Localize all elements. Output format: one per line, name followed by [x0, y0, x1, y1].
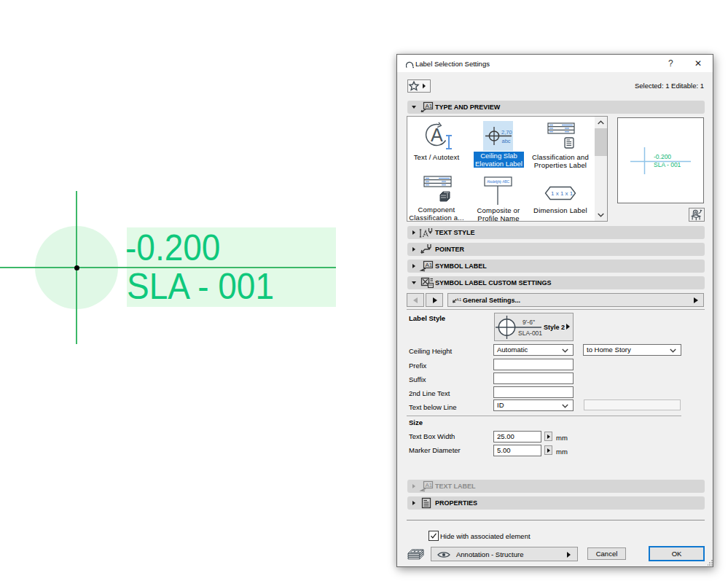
svg-text:A1: A1 [426, 262, 433, 268]
svg-text:-0.200: -0.200 [654, 153, 671, 160]
svg-text:A: A [431, 125, 443, 145]
svg-text:SLA - 001: SLA - 001 [654, 161, 681, 168]
svg-text:A1: A1 [456, 297, 461, 302]
svg-text:1 x 1 x 1: 1 x 1 x 1 [551, 190, 574, 197]
svg-text:A1: A1 [426, 482, 433, 488]
svg-text:9'-6": 9'-6" [522, 319, 535, 326]
svg-text:Abcdefghij - ABC: Abcdefghij - ABC [487, 179, 509, 184]
svg-text:2,70: 2,70 [501, 129, 512, 136]
svg-text:A1: A1 [426, 103, 433, 109]
svg-text:abc: abc [502, 138, 511, 144]
svg-text:SLA-001: SLA-001 [518, 330, 542, 337]
